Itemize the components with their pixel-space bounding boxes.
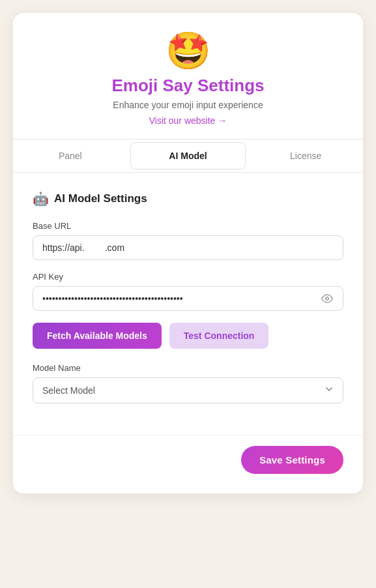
api-key-input[interactable] [33, 286, 343, 311]
svg-point-0 [326, 297, 329, 301]
app-emoji-icon: 🤩 [166, 33, 211, 69]
visit-website-link[interactable]: Visit our website → [149, 115, 227, 126]
base-url-label: Base URL [33, 221, 343, 231]
api-key-field-group: API Key [33, 272, 343, 311]
action-buttons-row: Fetch Available Models Test Connection [33, 323, 343, 349]
base-url-field-group: Base URL [33, 221, 343, 260]
model-name-select[interactable]: Select Model [33, 377, 343, 404]
section-header: 🤖 AI Model Settings [33, 191, 343, 207]
tab-ai-model[interactable]: AI Model [130, 142, 246, 169]
model-name-label: Model Name [33, 363, 343, 373]
test-connection-button[interactable]: Test Connection [169, 323, 269, 349]
tab-content: 🤖 AI Model Settings Base URL API Key Fet… [13, 173, 363, 422]
model-name-field-group: Model Name Select Model [33, 363, 343, 404]
app-subtitle: Enhance your emoji input experience [113, 100, 263, 110]
api-key-label: API Key [33, 272, 343, 282]
model-select-wrapper: Select Model [33, 377, 343, 404]
fetch-models-button[interactable]: Fetch Available Models [33, 323, 162, 349]
tab-bar: Panel AI Model License [13, 139, 363, 173]
settings-card: 🤩 Emoji Say Settings Enhance your emoji … [13, 13, 363, 493]
base-url-input[interactable] [33, 235, 343, 260]
toggle-password-button[interactable] [319, 290, 336, 307]
app-title: Emoji Say Settings [111, 76, 264, 96]
app-header: 🤩 Emoji Say Settings Enhance your emoji … [13, 13, 363, 139]
section-title: AI Model Settings [54, 192, 147, 205]
tab-panel[interactable]: Panel [13, 140, 128, 172]
section-icon: 🤖 [33, 191, 49, 207]
save-settings-button[interactable]: Save Settings [241, 446, 343, 474]
api-key-wrapper [33, 286, 343, 311]
footer-bar: Save Settings [13, 435, 363, 474]
tab-license[interactable]: License [248, 140, 363, 172]
